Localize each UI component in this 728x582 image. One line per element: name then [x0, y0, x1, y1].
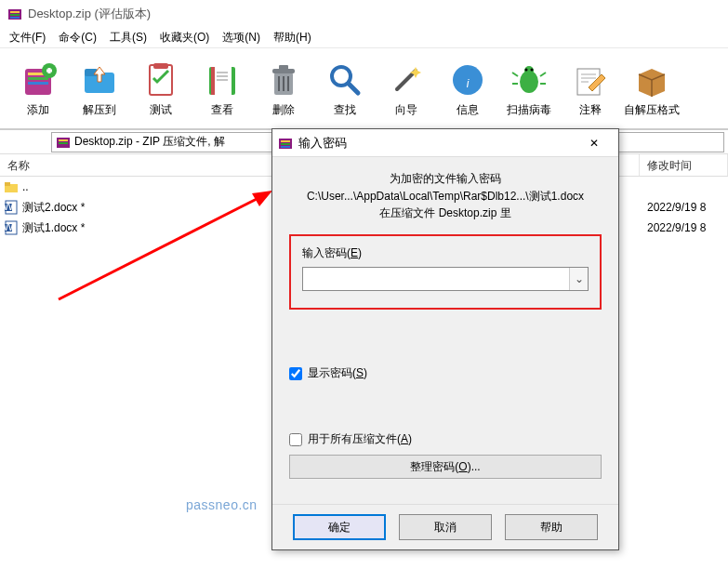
menu-help[interactable]: 帮助(H) [268, 28, 317, 47]
search-icon [324, 60, 365, 100]
extract-to-button[interactable]: 解压到 [69, 56, 130, 122]
svg-rect-10 [48, 68, 51, 73]
window-titlebar: Desktop.zip (评估版本) [0, 0, 728, 28]
info-label: 信息 [457, 102, 479, 118]
menu-tools[interactable]: 工具(S) [104, 28, 152, 47]
show-password-label: 显示密码(S) [308, 365, 367, 381]
ok-button[interactable]: 确定 [293, 514, 386, 540]
dialog-buttons: 确定 取消 帮助 [272, 504, 618, 549]
watermark: passneo.cn [186, 497, 258, 512]
pencil-note-icon [570, 60, 611, 100]
file-mtime: 2022/9/19 8 [640, 221, 728, 234]
svg-rect-7 [28, 82, 48, 85]
svg-rect-3 [10, 17, 20, 19]
winrar-icon [7, 7, 22, 21]
use-for-all-label: 用于所有压缩文件(A) [308, 431, 412, 447]
test-button[interactable]: 测试 [130, 56, 192, 122]
svg-rect-1 [10, 11, 20, 13]
comment-label: 注释 [579, 102, 602, 118]
col-mtime[interactable]: 修改时间 [640, 154, 728, 176]
sfx-button[interactable]: 自解压格式 [621, 56, 682, 122]
organize-passwords-button[interactable]: 整理密码(O)... [289, 455, 602, 479]
test-label: 测试 [150, 102, 172, 118]
svg-point-39 [531, 68, 534, 71]
toolbar: 添加 解压到 测试 查看 删除 查找 向导 i 信息 扫描病毒 注释 自解压格式 [0, 48, 728, 130]
dialog-titlebar: 输入密码 ✕ [272, 129, 618, 157]
find-label: 查找 [334, 102, 356, 118]
svg-rect-14 [153, 63, 168, 69]
close-icon: ✕ [589, 137, 599, 150]
view-label: 查看 [211, 102, 233, 118]
svg-rect-60 [281, 143, 290, 145]
dialog-body: 为加密的文件输入密码 C:\User...\AppData\Local\Temp… [272, 157, 618, 504]
trash-icon [263, 60, 304, 100]
archive-small-icon [56, 135, 71, 150]
wizard-label: 向导 [395, 102, 417, 118]
file-name: .. [22, 180, 29, 193]
svg-point-38 [525, 68, 528, 71]
menu-options[interactable]: 选项(N) [217, 28, 266, 47]
comment-button[interactable]: 注释 [560, 56, 621, 122]
menubar: 文件(F) 命令(C) 工具(S) 收藏夹(O) 选项(N) 帮助(H) [0, 28, 728, 48]
show-password-row: 显示密码(S) [289, 365, 602, 381]
svg-line-34 [512, 73, 518, 76]
box-icon [631, 60, 672, 100]
svg-rect-23 [279, 65, 288, 70]
svg-rect-59 [281, 140, 290, 142]
close-button[interactable]: ✕ [576, 130, 613, 156]
svg-rect-17 [211, 67, 215, 95]
menu-favorites[interactable]: 收藏夹(O) [154, 28, 215, 47]
wizard-button[interactable]: 向导 [376, 56, 437, 122]
test-icon [140, 60, 181, 100]
folder-icon [4, 179, 19, 194]
find-button[interactable]: 查找 [314, 56, 376, 122]
svg-text:i: i [467, 77, 470, 90]
delete-button[interactable]: 删除 [253, 56, 314, 122]
svg-line-28 [349, 84, 358, 93]
svg-rect-46 [59, 139, 68, 141]
password-label: 输入密码(E) [302, 245, 589, 261]
folder-extract-icon [79, 60, 120, 100]
password-input-group: 输入密码(E) ⌄ [289, 234, 602, 310]
bug-icon [509, 60, 549, 100]
chevron-down-icon: ⌄ [575, 272, 584, 285]
info-button[interactable]: i 信息 [437, 56, 498, 122]
use-for-all-checkbox[interactable] [289, 433, 302, 446]
show-password-checkbox[interactable] [289, 367, 302, 380]
menu-file[interactable]: 文件(F) [4, 28, 51, 47]
view-button[interactable]: 查看 [192, 56, 253, 122]
winrar-icon [278, 136, 293, 151]
svg-text:W: W [4, 220, 14, 233]
help-button[interactable]: 帮助 [505, 514, 598, 540]
info-icon: i [447, 60, 488, 100]
extract-to-label: 解压到 [83, 102, 116, 118]
docx-icon: W [4, 220, 19, 235]
svg-rect-61 [281, 146, 290, 148]
file-name: 测试2.docx * [22, 200, 85, 216]
svg-rect-49 [5, 182, 10, 186]
svg-rect-6 [28, 77, 48, 80]
dialog-message-2: 在压缩文件 Desktop.zip 里 [289, 205, 602, 221]
path-text: Desktop.zip - ZIP 压缩文件, 解 [74, 134, 225, 150]
docx-icon: W [4, 200, 19, 215]
menu-commands[interactable]: 命令(C) [53, 28, 102, 47]
virus-scan-button[interactable]: 扫描病毒 [498, 56, 560, 122]
add-button[interactable]: 添加 [7, 56, 69, 122]
file-name: 测试1.docx * [22, 220, 85, 236]
book-icon [202, 60, 243, 100]
virus-scan-label: 扫描病毒 [507, 102, 551, 118]
svg-rect-16 [213, 67, 232, 95]
dropdown-button[interactable]: ⌄ [569, 268, 588, 290]
delete-label: 删除 [272, 102, 295, 118]
svg-text:W: W [4, 200, 14, 213]
cancel-button[interactable]: 取消 [399, 514, 492, 540]
wand-icon [386, 60, 427, 100]
add-label: 添加 [27, 102, 49, 118]
file-mtime: 2022/9/19 8 [640, 201, 728, 214]
dialog-message-1: 为加密的文件输入密码 [289, 170, 602, 187]
svg-line-35 [540, 73, 546, 76]
window-title: Desktop.zip (评估版本) [28, 6, 151, 22]
password-input[interactable] [303, 268, 569, 290]
svg-rect-47 [59, 142, 68, 144]
sfx-label: 自解压格式 [624, 102, 680, 118]
